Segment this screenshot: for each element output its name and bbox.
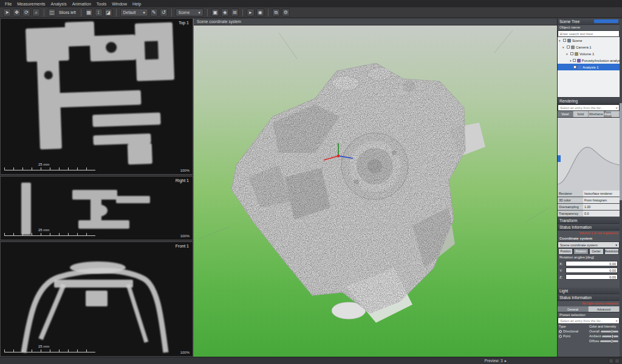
expand-icon[interactable]: ▾ — [562, 46, 566, 49]
scrollbar-thumb[interactable] — [620, 103, 622, 200]
tree-item-label: Scene — [572, 39, 582, 42]
angle-row-z: Z: 0.00 — [558, 274, 620, 280]
center-button[interactable]: Center — [589, 248, 604, 255]
status-warning-text: Volume 1 is not registered — [558, 231, 620, 236]
panel-scrollbar[interactable] — [620, 18, 622, 357]
property-label: Renderer — [558, 190, 583, 197]
radio-icon[interactable] — [559, 335, 562, 338]
tree-item-porosity-analysis[interactable]: ▾ Porosity/inclusion analysis — [558, 57, 620, 64]
rotation-angles-label: Rotation angles [deg] — [558, 255, 620, 260]
slice-view-top[interactable]: Top 1 25 mm 100% — [0, 18, 193, 175]
light-status-header: Status Information — [558, 294, 620, 301]
preset-dropdown[interactable]: Default ▾ — [120, 8, 148, 16]
property-row[interactable]: Transparency 0.0 — [558, 211, 620, 217]
select-icon[interactable]: ➤ — [3, 8, 11, 16]
diffuse-slider[interactable] — [600, 340, 618, 342]
snapshot-icon[interactable]: ⧉ — [272, 8, 280, 16]
tree-item-scene[interactable]: ▾ Scene — [558, 37, 620, 44]
camera-icon[interactable]: ▣ — [211, 8, 219, 16]
zoom-icon[interactable]: ⌕ — [32, 8, 40, 16]
ambient-slider[interactable] — [602, 335, 618, 337]
slice-title: Front 1 — [176, 244, 189, 248]
edit-icon[interactable]: ✎ — [150, 8, 158, 16]
property-row[interactable]: Oversampling 1.00 — [558, 204, 620, 211]
menu-help[interactable]: Help — [132, 2, 141, 6]
property-row[interactable]: Renderer Isosurface renderer — [558, 190, 620, 197]
tree-item-analysis-1[interactable]: Analysis 1 — [558, 64, 620, 70]
zoom-value: 100% — [180, 169, 190, 172]
visibility-checkbox[interactable] — [563, 39, 566, 42]
menu-measurements[interactable]: Measurements — [17, 2, 45, 6]
layout-icon[interactable]: ⊞ — [231, 8, 239, 16]
tree-item-camera[interactable]: ▾ Camera 1 — [558, 44, 620, 50]
tab-point-cloud[interactable]: Point cloud — [604, 111, 620, 117]
slice-view-front[interactable]: Front 1 25 mm 100% — [0, 241, 193, 357]
angle-z-input[interactable]: 0.00 — [566, 274, 618, 280]
menu-file[interactable]: File — [5, 2, 12, 6]
play-icon[interactable]: ▸ — [247, 8, 255, 16]
slice-view-right[interactable]: Right 1 25 mm 100% — [0, 176, 193, 240]
coordinate-system-dropdown[interactable]: Scene coordinate system ▾ — [558, 241, 620, 248]
tree-item-volume[interactable]: ▾ Volume 1 — [558, 50, 620, 57]
pan-icon[interactable]: ✥ — [13, 8, 21, 16]
record-icon[interactable]: ◉ — [256, 8, 264, 16]
angle-y-input[interactable]: 0.00 — [566, 268, 618, 273]
histogram-panel[interactable] — [558, 118, 620, 190]
preset-selection-label: Preset selection — [558, 312, 620, 317]
visibility-checkbox[interactable] — [567, 46, 570, 49]
clip-icon[interactable]: ◪ — [104, 8, 112, 16]
expand-icon[interactable]: ▾ — [559, 39, 562, 42]
slice-icon[interactable]: ◫ — [48, 8, 56, 16]
menu-analysis[interactable]: Analysis — [51, 2, 67, 6]
grid-icon[interactable]: ▦ — [85, 8, 93, 16]
tab-wireframe[interactable]: Wireframe — [589, 111, 604, 117]
scene-dropdown[interactable]: Scene ▾ — [176, 8, 203, 16]
scene-tree-header: Scene Tree — [558, 18, 620, 25]
light-preset-dropdown[interactable]: Select an entry from the list... ▾ — [558, 317, 620, 324]
viewport-3d[interactable]: Scene coordinate system — [193, 18, 558, 357]
histogram-marker[interactable] — [558, 155, 561, 162]
property-value: Isosurface renderer — [583, 190, 620, 197]
expand-icon[interactable]: ▾ — [570, 59, 572, 62]
render-icon[interactable]: ◈ — [221, 8, 229, 16]
property-row[interactable]: 3D color From histogram — [558, 197, 620, 204]
menu-animation[interactable]: Animation — [72, 2, 91, 6]
zoom-value: 100% — [180, 234, 190, 238]
intensity-label: Overall — [589, 329, 600, 333]
visibility-checkbox[interactable] — [573, 66, 576, 69]
undo-icon[interactable]: ↺ — [160, 8, 168, 16]
preset-dropdown-value: Default — [123, 10, 136, 15]
tab-general[interactable]: General — [558, 306, 589, 312]
preview-indicator[interactable]: Preview: 3 ▸ — [484, 359, 507, 363]
radio-icon[interactable] — [559, 330, 562, 333]
rotation-button[interactable]: Rotation — [573, 248, 588, 255]
rotate-icon[interactable]: ⟳ — [22, 8, 30, 16]
tab-solid[interactable]: Solid — [573, 111, 589, 117]
slice-title: Top 1 — [179, 21, 189, 25]
menu-tools[interactable]: Tools — [97, 2, 106, 6]
overall-slider[interactable] — [601, 331, 618, 332]
analysis-folder-icon — [577, 59, 581, 62]
type-point-option[interactable]: Point — [559, 334, 588, 339]
xray-right-graphic — [1, 177, 193, 240]
tab-voxel[interactable]: Voxel — [558, 111, 573, 117]
type-directional-option[interactable]: Directional — [559, 329, 588, 334]
menu-window[interactable]: Window — [112, 2, 127, 6]
measure-icon[interactable]: ⟟ — [95, 8, 103, 16]
tab-advanced[interactable]: Advanced — [589, 306, 620, 312]
angle-x-input[interactable]: 0.00 — [566, 261, 618, 266]
histogram-graphic — [558, 118, 620, 190]
settings-icon[interactable]: ⚙ — [282, 8, 290, 16]
search-input[interactable] — [558, 30, 620, 37]
rendering-preset-value: Select an entry from the list... — [560, 105, 603, 111]
resize-handle-icon[interactable] — [615, 359, 620, 363]
rendering-header: Rendering — [558, 98, 620, 104]
visibility-checkbox[interactable] — [573, 59, 576, 62]
visibility-checkbox[interactable] — [570, 52, 573, 55]
type-option-label: Point — [563, 334, 570, 338]
scene-3d-graphic — [194, 25, 557, 357]
resolution-button[interactable]: Resolution — [604, 248, 619, 255]
position-button[interactable]: Position — [558, 248, 573, 255]
expand-icon[interactable]: ▾ — [566, 52, 569, 56]
layout-icon[interactable] — [609, 359, 613, 363]
